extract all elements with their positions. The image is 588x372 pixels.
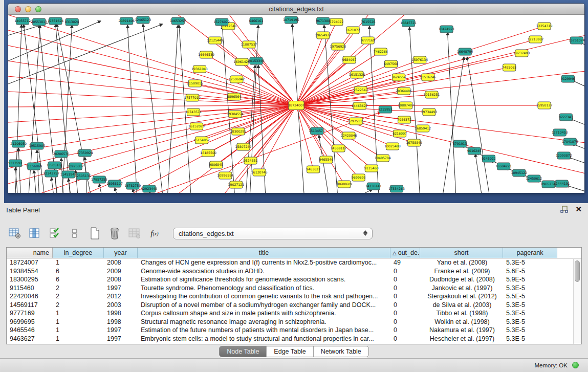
graph-node[interactable]: 7615526	[361, 18, 376, 26]
graph-node[interactable]: 16782759	[124, 182, 141, 189]
function-builder-icon[interactable]: f(x)	[148, 227, 161, 240]
graph-node-selected[interactable]: 9684067	[342, 56, 357, 63]
column-header-pagerank[interactable]: pagerank	[503, 248, 557, 258]
graph-node-selected[interactable]: 16151320	[349, 71, 365, 78]
graph-node[interactable]: 6466161	[249, 17, 264, 25]
graph-node[interactable]: 17041074	[562, 138, 578, 145]
graph-node[interactable]: 16845721	[400, 19, 417, 27]
float-panel-icon[interactable]	[560, 206, 568, 213]
table-row[interactable]: 969969511998Structural magnetic resonanc…	[7, 318, 581, 326]
close-panel-icon[interactable]: ✕	[575, 205, 582, 213]
graph-node[interactable]: 15751074	[569, 37, 585, 44]
graph-node-selected[interactable]: 19654923	[315, 32, 331, 39]
graph-node[interactable]: 10975887	[68, 163, 84, 170]
graph-node-selected[interactable]: 16152079	[188, 123, 205, 130]
graph-node[interactable]: 19351624	[48, 17, 64, 25]
graph-node[interactable]: 12450612	[526, 175, 542, 182]
tab-network-table[interactable]: Network Table	[314, 346, 368, 357]
graph-node[interactable]: 20206576	[53, 150, 70, 158]
network-window-titlebar[interactable]: citations_edges.txt	[8, 4, 584, 15]
graph-node-selected[interactable]: 18724007	[288, 101, 304, 110]
graph-node-selected[interactable]: 6497568	[384, 60, 398, 68]
scrollbar-thumb[interactable]	[575, 260, 580, 282]
network-canvas[interactable]: 1812254012125449166465391936104311509015…	[8, 15, 584, 193]
graph-node-selected[interactable]: 9777169	[361, 37, 375, 44]
graph-node-selected[interactable]: 10807487	[398, 102, 414, 109]
graph-node-selected[interactable]: 12975115	[348, 118, 364, 125]
graph-node[interactable]: 12465123	[135, 16, 151, 24]
table-row[interactable]: 946554611997Estimation of the future num…	[7, 326, 581, 335]
graph-node-selected[interactable]: 9699695	[352, 174, 366, 181]
table-row[interactable]: 1872400712008Changes of HCN gene express…	[7, 258, 581, 267]
graph-node-selected[interactable]: 19756928	[330, 43, 346, 50]
graph-node-selected[interactable]: 16961425	[234, 58, 250, 65]
table-settings-icon[interactable]	[8, 227, 21, 240]
graph-node-selected[interactable]: 7485063	[502, 64, 516, 71]
graph-node-selected[interactable]: 16859412	[415, 125, 431, 132]
graph-node-selected[interactable]: 18300295	[230, 128, 247, 135]
graph-node[interactable]: 10719195	[283, 16, 299, 24]
graph-node[interactable]: 17957253	[91, 176, 107, 183]
graph-node-selected[interactable]: 11516246	[420, 74, 437, 81]
graph-node-selected[interactable]: 19495784	[375, 155, 391, 162]
graph-node-selected[interactable]: 9524851	[244, 157, 258, 164]
graph-node-selected[interactable]: 19361043	[191, 65, 208, 73]
graph-node[interactable]: 6791913	[453, 140, 467, 147]
table-selector-dropdown[interactable]: citations_edges.txt	[173, 228, 373, 239]
tab-edge-table[interactable]: Edge Table	[267, 346, 313, 357]
graph-node-selected[interactable]: 12254319	[536, 23, 553, 30]
graph-node[interactable]: 9016245	[467, 147, 482, 155]
graph-node-selected[interactable]: 9115460	[364, 165, 379, 172]
table-row[interactable]: 1456911722003Disruption of a novel membe…	[7, 301, 581, 310]
graph-node[interactable]: 20153346	[248, 57, 265, 64]
graph-node[interactable]: 13505161	[47, 162, 63, 169]
graph-node[interactable]: 17334263	[388, 185, 405, 192]
graph-node[interactable]: 8313024	[65, 18, 79, 26]
graph-node[interactable]: 9313591	[8, 160, 23, 167]
graph-node-selected[interactable]: 5794022	[330, 18, 344, 26]
row-height-icon[interactable]	[68, 227, 81, 240]
graph-node[interactable]: 9245022	[482, 155, 496, 162]
tab-node-table[interactable]: Node Table	[220, 346, 267, 357]
graph-node[interactable]: 14055712	[14, 17, 31, 25]
graph-node-selected[interactable]: 17577019	[184, 94, 201, 101]
column-header-outde[interactable]: △out_de...	[390, 248, 420, 258]
graph-node[interactable]: 8965234	[541, 181, 556, 188]
graph-node-selected[interactable]: 15807249	[235, 143, 252, 150]
graph-node-selected[interactable]: 16646539	[198, 51, 214, 58]
graph-node[interactable]: 11451947	[60, 171, 77, 178]
graph-node[interactable]: 9129946	[561, 75, 575, 82]
graph-node-selected[interactable]: 11509015	[187, 80, 203, 87]
graph-node-selected[interactable]: 18185500	[200, 149, 216, 157]
graph-node-selected[interactable]: 9806845	[209, 161, 223, 168]
graph-node[interactable]: 11156869	[26, 163, 42, 170]
table-row[interactable]: 2242004622012Investigating the contribut…	[7, 292, 581, 301]
graph-node-selected[interactable]: 15958127	[536, 102, 553, 109]
graph-node[interactable]: 3215953	[378, 106, 393, 113]
graph-node-selected[interactable]: 15154952	[193, 137, 210, 144]
graph-node-selected[interactable]: 1621072	[346, 27, 360, 34]
graph-node-selected[interactable]: 19737493	[514, 50, 530, 57]
graph-node-selected[interactable]: 10688609	[336, 181, 353, 188]
graph-node[interactable]: 12923448	[141, 185, 158, 192]
graph-node[interactable]: 12342757	[43, 170, 60, 177]
graph-node-selected[interactable]: 22420046	[341, 132, 357, 139]
graph-node[interactable]: 20891406	[118, 17, 135, 25]
graph-node-selected[interactable]: 19384554	[227, 111, 244, 118]
table-row[interactable]: 911546021997Tourette syndrome. Phenomeno…	[7, 284, 581, 293]
graph-node-selected[interactable]: 7462266	[374, 48, 388, 55]
graph-node[interactable]: 14136141	[365, 183, 382, 190]
graph-node[interactable]: 10424971	[439, 26, 455, 33]
graph-node[interactable]: 16958107	[106, 180, 123, 187]
vertical-scrollbar[interactable]	[573, 259, 581, 344]
graph-node[interactable]: 20553813	[31, 18, 47, 26]
graph-node[interactable]: 16648794	[457, 48, 473, 55]
table-row[interactable]: 1830029562008Estimation of significance …	[7, 275, 581, 284]
graph-node-selected[interactable]: 12506042	[229, 76, 245, 83]
table-row[interactable]: 946362711997Embryonic stem cells: a mode…	[7, 335, 581, 343]
graph-node[interactable]: 12710453	[552, 129, 568, 136]
graph-node-selected[interactable]: 9463627	[306, 166, 320, 173]
graph-node-selected[interactable]: 10025488	[384, 143, 401, 150]
select-rows-icon[interactable]	[48, 227, 61, 240]
graph-node-selected[interactable]: 16120746	[251, 169, 268, 176]
